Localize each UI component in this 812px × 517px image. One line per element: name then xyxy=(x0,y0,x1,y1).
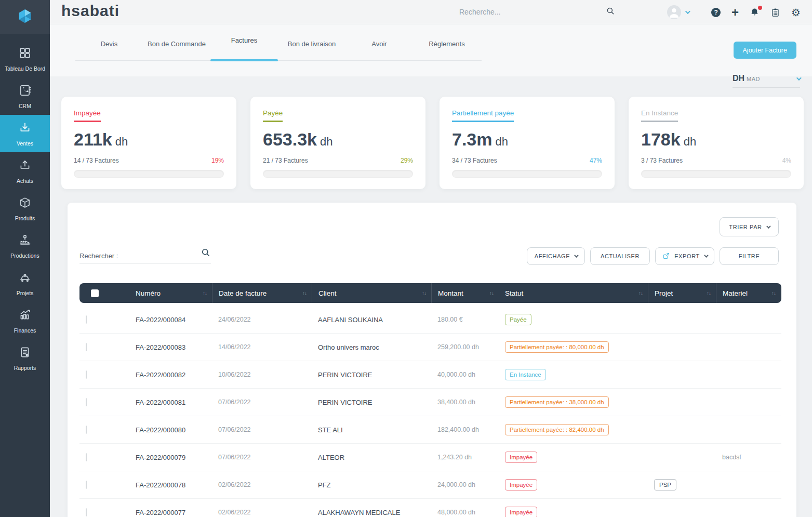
row-checkbox[interactable] xyxy=(86,481,87,489)
progress-bar xyxy=(641,170,791,178)
cell-montant: 24,000.00 dh xyxy=(431,481,499,488)
stat-card-en-instance: En Instance 178kdh 3 / 73 Factures4% xyxy=(629,97,804,189)
sidebar: Tableau De Bord CRM Ventes xyxy=(0,0,50,517)
sort-icon[interactable]: ↑↓ xyxy=(771,290,776,296)
table-row[interactable]: FA-2022/000084 24/06/2022 AAFLANI SOUKAI… xyxy=(79,306,781,334)
cell-montant: 48,000.00 dh xyxy=(431,509,499,516)
sort-by-button[interactable]: TRIER PAR xyxy=(720,217,779,236)
add-icon[interactable]: + xyxy=(731,6,739,19)
card-count: 14 / 73 Factures xyxy=(74,157,119,164)
filtre-button[interactable]: FILTRE xyxy=(720,247,779,265)
export-button[interactable]: EXPORT xyxy=(655,247,714,265)
notifications-bell-icon[interactable] xyxy=(750,7,760,17)
tab-factures[interactable]: Factures xyxy=(210,33,278,60)
topbar-icons: ? + ⚙ xyxy=(667,0,801,24)
row-checkbox[interactable] xyxy=(86,426,87,434)
table-row[interactable]: FA-2022/000083 14/06/2022 Ortho univers … xyxy=(79,334,781,361)
card-percent: 29% xyxy=(401,157,413,164)
table-search[interactable]: Rechercher : xyxy=(79,247,211,263)
row-checkbox[interactable] xyxy=(86,398,87,406)
col-numero: Numéro↑↓ xyxy=(109,283,212,303)
cell-date: 10/06/2022 xyxy=(212,371,312,378)
user-avatar[interactable] xyxy=(667,5,681,19)
progress-bar xyxy=(74,170,224,178)
upload-tray-icon xyxy=(18,158,32,174)
card-label: Impayée xyxy=(74,109,101,122)
cell-client: PERIN VICTOIRE xyxy=(312,371,431,379)
factures-table: Numéro↑↓ Date de facture↑↓ Client↑↓ Mont… xyxy=(79,283,781,517)
sidebar-item-achats[interactable]: Achats xyxy=(0,152,50,190)
global-search-input[interactable] xyxy=(459,8,606,16)
sort-icon[interactable]: ↑↓ xyxy=(707,290,711,296)
table-row[interactable]: FA-2022/000080 07/06/2022 STE ALI 182,40… xyxy=(79,416,781,444)
table-row[interactable]: FA-2022/000079 07/06/2022 ALTEOR 1,243.2… xyxy=(79,444,781,471)
table-row[interactable]: FA-2022/000081 07/06/2022 PERIN VICTOIRE… xyxy=(79,389,781,416)
cell-montant: 180.00 € xyxy=(431,316,499,323)
sidebar-item-label: Productions xyxy=(10,253,39,259)
search-icon[interactable] xyxy=(201,247,211,260)
row-checkbox[interactable] xyxy=(86,315,87,324)
sidebar-item-tableau-de-bord[interactable]: Tableau De Bord xyxy=(0,40,50,77)
tab-bon-de-livraison[interactable]: Bon de livraison xyxy=(278,33,345,60)
settings-gear-icon[interactable]: ⚙ xyxy=(791,7,801,18)
sidebar-item-finances[interactable]: Finances xyxy=(0,302,50,339)
card-percent: 47% xyxy=(590,157,602,164)
cell-numero: FA-2022/000081 xyxy=(109,399,212,406)
tab-devis[interactable]: Devis xyxy=(75,33,143,60)
sidebar-item-rapports[interactable]: Rapports xyxy=(0,339,50,377)
row-checkbox[interactable] xyxy=(86,508,87,516)
card-label: Partiellement payée xyxy=(452,109,514,122)
card-value: 211k xyxy=(74,129,112,149)
help-icon[interactable]: ? xyxy=(711,8,721,17)
cell-date: 02/06/2022 xyxy=(212,509,312,516)
card-percent: 4% xyxy=(782,157,791,164)
tab-reglements[interactable]: Règlements xyxy=(413,33,481,60)
user-menu[interactable] xyxy=(667,5,689,19)
table-row[interactable]: FA-2022/000077 02/06/2022 ALAKHAWAYN MED… xyxy=(79,499,781,517)
card-value: 653.3k xyxy=(263,129,317,149)
cell-client: PERIN VICTOIRE xyxy=(312,399,431,406)
factures-panel: TRIER PAR Rechercher : AFFICHAGE ACTUALI… xyxy=(68,203,796,517)
tab-avoir[interactable]: Avoir xyxy=(345,33,413,60)
brand-cube-logo[interactable] xyxy=(0,0,50,34)
affichage-button[interactable]: AFFICHAGE xyxy=(527,247,585,265)
cell-client: STE ALI xyxy=(312,426,431,434)
row-checkbox[interactable] xyxy=(86,343,87,351)
sidebar-item-ventes[interactable]: Ventes xyxy=(0,115,50,152)
tasks-clipboard-icon[interactable] xyxy=(770,7,780,18)
table-row[interactable]: FA-2022/000082 10/06/2022 PERIN VICTOIRE… xyxy=(79,361,781,389)
row-checkbox[interactable] xyxy=(86,453,87,461)
download-tray-icon xyxy=(18,121,32,137)
sort-icon[interactable]: ↑↓ xyxy=(203,290,207,296)
card-count: 34 / 73 Factures xyxy=(452,157,497,164)
cell-numero: FA-2022/000080 xyxy=(109,426,212,434)
cell-date: 24/06/2022 xyxy=(212,316,312,323)
table-row[interactable]: FA-2022/000078 02/06/2022 PFZ 24,000.00 … xyxy=(79,471,781,499)
sidebar-item-produits[interactable]: Produits xyxy=(0,190,50,227)
tab-bon-de-commande[interactable]: Bon de Commande xyxy=(143,33,210,60)
sort-icon[interactable]: ↑↓ xyxy=(489,290,494,296)
sidebar-item-projets[interactable]: Projets xyxy=(0,264,50,302)
sidebar-item-productions[interactable]: Productions xyxy=(0,227,50,264)
report-document-icon xyxy=(18,346,32,361)
hard-hat-icon xyxy=(18,271,32,286)
sort-icon[interactable]: ↑↓ xyxy=(302,290,307,296)
brand-logo[interactable]: hsabati xyxy=(61,2,119,20)
status-badge: Impayée xyxy=(505,452,537,463)
sidebar-item-label: CRM xyxy=(19,103,31,109)
currency-selector[interactable]: DH MAD xyxy=(733,74,800,88)
status-badge: Payée xyxy=(505,314,531,325)
progress-bar xyxy=(263,170,413,178)
sort-icon[interactable]: ↑↓ xyxy=(422,290,426,296)
search-icon[interactable] xyxy=(606,6,615,18)
select-all-checkbox[interactable] xyxy=(91,289,99,297)
row-checkbox[interactable] xyxy=(86,370,87,379)
sidebar-item-crm[interactable]: CRM xyxy=(0,77,50,115)
sort-icon[interactable]: ↑↓ xyxy=(638,290,643,296)
actualiser-button[interactable]: ACTUALISER xyxy=(590,247,650,265)
cell-montant: 1,243.20 dh xyxy=(431,454,499,461)
add-facture-button[interactable]: Ajouter Facture xyxy=(734,42,796,59)
cell-numero: FA-2022/000083 xyxy=(109,343,212,351)
status-badge: Impayée xyxy=(505,507,537,517)
cell-client: PFZ xyxy=(312,481,431,489)
